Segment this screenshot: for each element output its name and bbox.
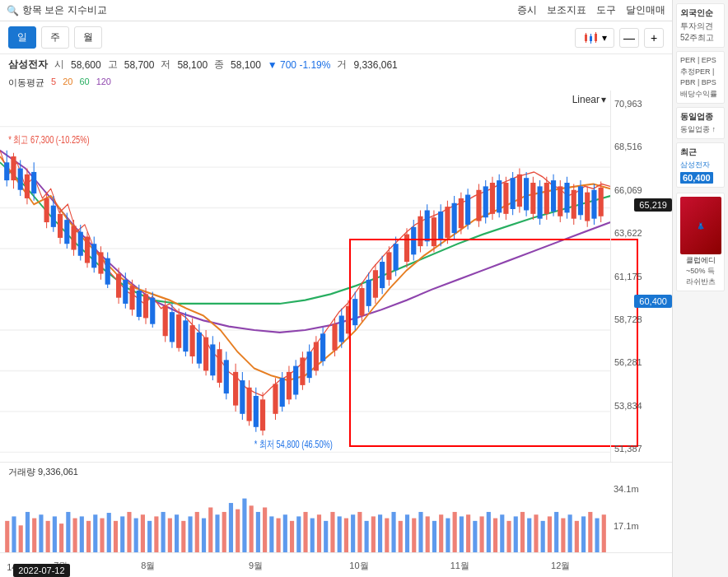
svg-rect-107 (332, 324, 337, 351)
ma60-label[interactable]: 60 (79, 77, 89, 89)
sidebar-ad-section[interactable]: 👗 클럽에디 ~50% 득 라쉬반츠 (676, 193, 725, 291)
sidebar-foreign-section: 외국인순 투자의견 52주최고 (676, 3, 725, 48)
nav-item-4[interactable]: 달인매매 (626, 3, 665, 17)
sidebar-item-2[interactable]: 52주최고 (680, 32, 721, 44)
svg-rect-63 (170, 312, 175, 342)
y-axis: 70,963 68,516 66,069 63,622 61,175 58,72… (610, 91, 672, 462)
svg-rect-238 (357, 512, 362, 552)
search-area: 🔍 항목 보은 지수비교 (7, 3, 107, 17)
svg-rect-6 (595, 34, 597, 41)
chart-area[interactable]: Linear ▾ (0, 91, 672, 462)
sidebar-est-per[interactable]: 추정PER | (680, 67, 721, 78)
close-label: 종 (214, 58, 224, 72)
svg-rect-209 (161, 512, 166, 552)
zoom-in-button[interactable]: + (644, 28, 664, 48)
y-label-7: 56,281 (614, 357, 669, 367)
nav-item-3[interactable]: 도구 (596, 3, 616, 17)
svg-rect-234 (330, 512, 334, 552)
svg-rect-99 (300, 357, 305, 384)
ad-sub: ~50% 득 (680, 266, 721, 277)
svg-rect-77 (217, 349, 222, 383)
svg-rect-252 (453, 512, 457, 552)
svg-rect-257 (487, 512, 491, 552)
svg-rect-237 (351, 514, 355, 552)
svg-rect-143 (459, 198, 464, 228)
top-nav: 증시 보조지표 도구 달인매매 (517, 3, 665, 17)
svg-rect-65 (176, 314, 181, 348)
svg-rect-159 (517, 174, 522, 207)
y-label-4: 63,622 (614, 228, 669, 238)
svg-rect-228 (290, 521, 294, 552)
svg-rect-155 (503, 183, 508, 214)
top-bar: 🔍 항목 보은 지수비교 증시 보조지표 도구 달인매매 (0, 0, 672, 21)
low-val: 58,100 (177, 59, 208, 71)
period-day-button[interactable]: 일 (8, 26, 36, 49)
high-val: 58,700 (124, 59, 155, 71)
svg-rect-231 (310, 519, 315, 552)
zoom-controls: — + (619, 28, 664, 48)
sidebar-dividend[interactable]: 배당수익률 (680, 89, 721, 100)
chart-type-button[interactable]: ▾ (575, 28, 614, 48)
svg-rect-239 (365, 521, 369, 552)
svg-rect-230 (303, 512, 307, 552)
period-week-button[interactable]: 주 (41, 26, 69, 49)
svg-rect-47 (105, 258, 110, 285)
period-month-button[interactable]: 월 (74, 26, 102, 49)
svg-rect-85 (246, 388, 251, 421)
svg-rect-103 (314, 342, 319, 371)
x-label-oct: 10월 (349, 560, 368, 572)
nav-item-2[interactable]: 보조지표 (547, 3, 586, 17)
svg-rect-135 (432, 217, 436, 246)
svg-rect-27 (31, 172, 36, 193)
main-area: 🔍 항목 보은 지수비교 증시 보조지표 도구 달인매매 일 주 월 (0, 0, 672, 577)
nav-item-1[interactable]: 증시 (517, 3, 537, 17)
svg-rect-251 (446, 519, 450, 552)
candlestick-icon (582, 31, 599, 44)
svg-rect-232 (317, 514, 321, 552)
svg-rect-83 (240, 380, 245, 414)
high-label: 고 (108, 58, 118, 72)
svg-rect-199 (93, 514, 97, 552)
svg-rect-59 (150, 298, 155, 324)
sidebar-highlight-stock[interactable]: 삼성전자 (680, 160, 721, 170)
svg-rect-260 (506, 521, 511, 552)
volume-val: 9,336,061 (353, 59, 397, 71)
svg-rect-187 (12, 516, 16, 552)
y-label-8: 53,834 (614, 401, 669, 411)
ad-brand: 라쉬반츠 (680, 277, 721, 287)
svg-rect-268 (561, 519, 565, 552)
sidebar-item-1[interactable]: 투자의견 (680, 21, 721, 32)
sidebar: 외국인순 투자의견 52주최고 PER | EPS 추정PER | PBR | … (672, 0, 728, 577)
svg-rect-204 (127, 512, 131, 552)
ad-title: 클럽에디 (680, 255, 721, 266)
svg-rect-205 (134, 519, 138, 552)
svg-rect-263 (527, 519, 531, 552)
svg-rect-149 (483, 186, 488, 217)
svg-rect-229 (296, 516, 301, 552)
ma120-label[interactable]: 120 (96, 77, 111, 89)
sidebar-industry-item[interactable]: 동일업종 ↑ (680, 124, 721, 135)
ma5-label[interactable]: 5 (51, 77, 56, 89)
svg-rect-137 (438, 212, 443, 240)
svg-rect-169 (551, 180, 556, 212)
svg-rect-151 (490, 183, 495, 214)
svg-rect-87 (254, 396, 259, 427)
svg-rect-195 (66, 512, 70, 552)
svg-rect-254 (466, 514, 470, 552)
sidebar-industry-title: 동일업종 (680, 111, 721, 123)
sidebar-highlight-price: 60,400 (680, 172, 713, 184)
svg-rect-101 (307, 351, 312, 378)
svg-rect-181 (591, 190, 596, 219)
sidebar-per[interactable]: PER | EPS (680, 55, 721, 67)
zoom-out-button[interactable]: — (619, 28, 639, 48)
sidebar-metrics-section: PER | EPS 추정PER | PBR | BPS 배당수익률 (676, 51, 725, 104)
svg-rect-97 (293, 366, 298, 395)
sidebar-pbr[interactable]: PBR | BPS (680, 77, 721, 89)
svg-rect-139 (445, 207, 450, 238)
ma20-label[interactable]: 20 (63, 77, 72, 89)
svg-rect-200 (100, 519, 104, 552)
svg-rect-244 (399, 521, 403, 552)
price-change: ▼ 700 -1.19% (268, 59, 331, 71)
svg-rect-207 (147, 521, 152, 552)
svg-rect-212 (181, 521, 185, 552)
